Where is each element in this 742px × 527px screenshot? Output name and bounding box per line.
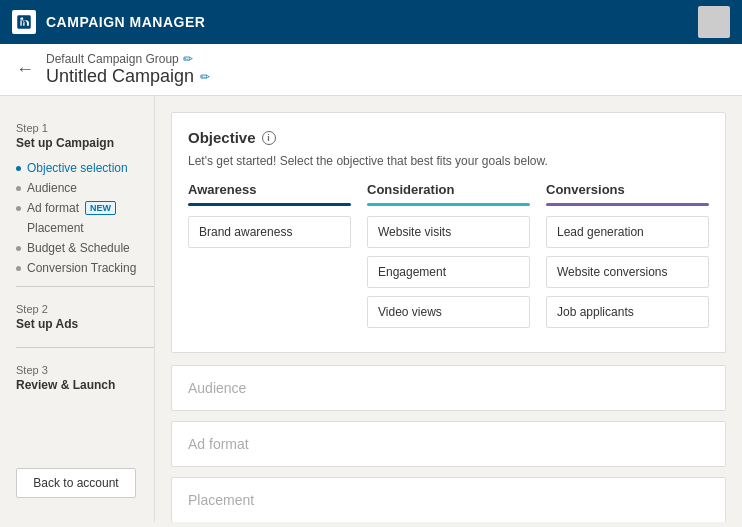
awareness-column: Awareness Brand awareness [188, 182, 351, 336]
objective-option-brand-awareness[interactable]: Brand awareness [188, 216, 351, 248]
consideration-bar [367, 203, 530, 206]
objective-option-lead-generation[interactable]: Lead generation [546, 216, 709, 248]
edit-campaign-name-icon[interactable]: ✏ [200, 70, 210, 84]
objective-option-website-visits[interactable]: Website visits [367, 216, 530, 248]
conversions-bar [546, 203, 709, 206]
conversions-header: Conversions [546, 182, 709, 197]
sidebar-item-conversion[interactable]: Conversion Tracking [16, 258, 154, 278]
placement-collapsed-label: Placement [188, 492, 254, 508]
sidebar-item-adformat[interactable]: Ad format NEW [16, 198, 154, 218]
svg-text:in: in [18, 17, 27, 29]
main-layout: Step 1 Set up Campaign Objective selecti… [0, 96, 742, 522]
objective-option-video-views[interactable]: Video views [367, 296, 530, 328]
step1-title: Set up Campaign [16, 136, 154, 150]
step2-title: Set up Ads [16, 317, 154, 331]
sub-header: ← Default Campaign Group ✏ Untitled Camp… [0, 44, 742, 96]
back-arrow-button[interactable]: ← [16, 60, 34, 78]
audience-collapsed-label: Audience [188, 380, 246, 396]
step1-label: Step 1 [16, 122, 154, 134]
dot-icon [16, 266, 21, 271]
sidebar-item-placement[interactable]: Placement [16, 218, 154, 238]
campaign-name: Untitled Campaign ✏ [46, 66, 210, 87]
conversions-column: Conversions Lead generation Website conv… [546, 182, 709, 336]
objective-card: Objective i Let's get started! Select th… [171, 112, 726, 353]
awareness-bar [188, 203, 351, 206]
objective-option-job-applicants[interactable]: Job applicants [546, 296, 709, 328]
sidebar-label-adformat: Ad format [27, 201, 79, 215]
back-btn-container: Back to account [16, 460, 154, 506]
objective-option-website-conversions[interactable]: Website conversions [546, 256, 709, 288]
back-to-account-button[interactable]: Back to account [16, 468, 136, 498]
audience-collapsed-card[interactable]: Audience [171, 365, 726, 411]
app-header: in CAMPAIGN MANAGER [0, 0, 742, 44]
content-area: Objective i Let's get started! Select th… [155, 96, 742, 522]
linkedin-logo: in [12, 10, 36, 34]
dot-icon [16, 246, 21, 251]
edit-campaign-group-icon[interactable]: ✏ [183, 52, 193, 66]
objective-title: Objective i [188, 129, 709, 146]
info-icon[interactable]: i [262, 131, 276, 145]
dot-icon [16, 206, 21, 211]
step3-label: Step 3 [16, 364, 154, 376]
step3-title: Review & Launch [16, 378, 154, 392]
objective-grid: Awareness Brand awareness Consideration … [188, 182, 709, 336]
consideration-column: Consideration Website visits Engagement … [367, 182, 530, 336]
sidebar-label-objective: Objective selection [27, 161, 128, 175]
sidebar-item-budget[interactable]: Budget & Schedule [16, 238, 154, 258]
objective-subtitle: Let's get started! Select the objective … [188, 154, 709, 168]
new-badge: NEW [85, 201, 116, 215]
sidebar-label-placement: Placement [27, 221, 84, 235]
awareness-header: Awareness [188, 182, 351, 197]
adformat-collapsed-label: Ad format [188, 436, 249, 452]
user-avatar[interactable] [698, 6, 730, 38]
objective-option-engagement[interactable]: Engagement [367, 256, 530, 288]
placement-collapsed-card[interactable]: Placement [171, 477, 726, 522]
sidebar-label-audience: Audience [27, 181, 77, 195]
sidebar-label-budget: Budget & Schedule [27, 241, 130, 255]
dot-icon [16, 186, 21, 191]
campaign-info: Default Campaign Group ✏ Untitled Campai… [46, 52, 210, 87]
consideration-header: Consideration [367, 182, 530, 197]
dot-icon [16, 166, 21, 171]
sidebar-item-audience[interactable]: Audience [16, 178, 154, 198]
sidebar-item-objective[interactable]: Objective selection [16, 158, 154, 178]
app-title: CAMPAIGN MANAGER [46, 14, 698, 30]
sidebar: Step 1 Set up Campaign Objective selecti… [0, 96, 155, 522]
campaign-group: Default Campaign Group ✏ [46, 52, 210, 66]
sidebar-label-conversion: Conversion Tracking [27, 261, 136, 275]
step2-label: Step 2 [16, 303, 154, 315]
adformat-collapsed-card[interactable]: Ad format [171, 421, 726, 467]
